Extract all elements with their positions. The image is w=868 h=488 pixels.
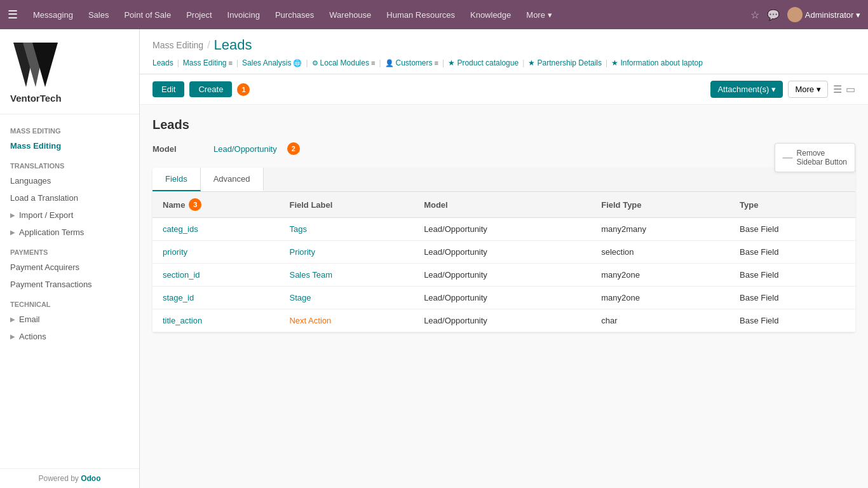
sidebar-item-payment-transactions[interactable]: Payment Transactions xyxy=(0,276,139,293)
dropdown-arrow-icon: ▾ xyxy=(771,85,776,94)
attachment-button[interactable]: Attachment(s) ▾ xyxy=(710,81,783,98)
breadcrumb-link-leads[interactable]: Leads xyxy=(153,58,173,67)
cell-field-label: Stage xyxy=(279,287,414,309)
name-badge: 3 xyxy=(189,198,201,211)
th-name: Name 3 xyxy=(153,192,279,218)
tab-fields[interactable]: Fields xyxy=(153,168,201,191)
cell-name[interactable]: title_action xyxy=(153,309,279,332)
nav-sales[interactable]: Sales xyxy=(82,8,116,22)
breadcrumb-link-product-catalogue[interactable]: ★ Product catalogue xyxy=(448,58,519,67)
cell-type: Base Field xyxy=(729,287,855,309)
page-title: Leads xyxy=(153,118,855,132)
breadcrumb-link-mass-editing[interactable]: Mass Editing ≡ xyxy=(183,58,233,67)
tabs-container: Fields Advanced Name 3 F xyxy=(153,168,855,332)
nav-point-of-sale[interactable]: Point of Sale xyxy=(118,8,177,22)
sidebar-item-payment-acquirers[interactable]: Payment Acquirers xyxy=(0,259,139,276)
cell-field-label: Sales Team xyxy=(279,264,414,287)
cell-name[interactable]: stage_id xyxy=(153,287,279,309)
minus-icon: — xyxy=(783,152,793,163)
chat-icon[interactable]: 💬 xyxy=(767,9,780,21)
breadcrumb-links: Leads | Mass Editing ≡ | Sales Analysis … xyxy=(153,58,855,67)
tab-advanced[interactable]: Advanced xyxy=(201,168,264,191)
breadcrumb-area: Mass Editing / Leads Leads | Mass Editin… xyxy=(140,29,868,74)
sidebar-item-mass-editing[interactable]: Mass Editing xyxy=(0,137,139,154)
cell-type: Base Field xyxy=(729,241,855,264)
cell-model: Lead/Opportunity xyxy=(414,264,591,287)
nav-knowledge[interactable]: Knowledge xyxy=(464,8,517,22)
sidebar-section-mass-editing-title: Mass Editing xyxy=(0,119,139,137)
navbar: ☰ Messaging Sales Point of Sale Project … xyxy=(0,0,868,29)
table-row: stage_id Stage Lead/Opportunity many2one… xyxy=(153,287,855,309)
cell-model: Lead/Opportunity xyxy=(414,218,591,241)
cell-field-label: Priority xyxy=(279,241,414,264)
main-layout: VentorTech Mass Editing Mass Editing Tra… xyxy=(0,29,868,488)
tabs-header: Fields Advanced xyxy=(153,168,855,192)
breadcrumb-current: Leads xyxy=(214,37,252,53)
breadcrumb-row: Mass Editing / Leads xyxy=(153,37,855,53)
breadcrumb-link-info-laptop[interactable]: ★ Information about laptop xyxy=(611,58,703,67)
edit-button[interactable]: Edit xyxy=(153,81,184,97)
remove-sidebar-button[interactable]: — RemoveSidebar Button xyxy=(775,143,855,172)
content-area: Mass Editing / Leads Leads | Mass Editin… xyxy=(140,29,868,488)
arrow-icon-4: ▶ xyxy=(10,333,15,340)
sidebar-application-terms-label: Application Terms xyxy=(19,227,84,237)
sidebar-item-actions[interactable]: ▶ Actions xyxy=(0,328,139,345)
nav-project[interactable]: Project xyxy=(180,8,218,22)
toolbar: Edit Create 1 Attachment(s) ▾ More ▾ ☰ ▭ xyxy=(140,74,868,105)
table-row: section_id Sales Team Lead/Opportunity m… xyxy=(153,264,855,287)
star-icon[interactable]: ☆ xyxy=(750,9,759,21)
sidebar-item-languages[interactable]: Languages xyxy=(0,172,139,189)
sidebar-scroll: Mass Editing Mass Editing Translations L… xyxy=(0,114,139,468)
nav-human-resources[interactable]: Human Resources xyxy=(380,8,461,22)
user-avatar xyxy=(787,7,803,22)
form-view-icon[interactable]: ▭ xyxy=(846,83,855,95)
user-label: Administrator ▾ xyxy=(805,10,860,20)
breadcrumb-link-customers[interactable]: 👤 Customers ≡ xyxy=(385,58,438,67)
model-value[interactable]: Lead/Opportunity xyxy=(214,144,277,154)
user-menu[interactable]: Administrator ▾ xyxy=(787,7,860,22)
cell-model: Lead/Opportunity xyxy=(414,241,591,264)
breadcrumb-link-partnership-details[interactable]: ★ Partnership Details xyxy=(528,58,602,67)
th-model: Model xyxy=(414,192,591,218)
sidebar-import-export-label: Import / Export xyxy=(19,210,73,220)
create-button[interactable]: Create xyxy=(189,81,232,97)
arrow-icon-2: ▶ xyxy=(10,229,15,236)
cell-field-type: selection xyxy=(591,241,729,264)
breadcrumb-link-local-modules[interactable]: ⚙ Local Modules ≡ xyxy=(312,58,376,67)
cell-field-type: many2one xyxy=(591,287,729,309)
th-field-type: Field Type xyxy=(591,192,729,218)
sidebar-actions-label: Actions xyxy=(19,332,46,341)
more-button[interactable]: More ▾ xyxy=(788,81,828,98)
th-field-label: Field Label xyxy=(279,192,414,218)
logo-image xyxy=(10,39,61,90)
breadcrumb-link-sales-analysis[interactable]: Sales Analysis 🌐 xyxy=(242,58,302,67)
sidebar-item-application-terms[interactable]: ▶ Application Terms xyxy=(0,224,139,241)
arrow-icon-3: ▶ xyxy=(10,316,15,323)
company-name: VentorTech xyxy=(10,93,62,104)
hamburger-icon[interactable]: ☰ xyxy=(8,8,18,22)
cell-name[interactable]: priority xyxy=(153,241,279,264)
nav-messaging[interactable]: Messaging xyxy=(27,8,79,22)
breadcrumb-parent: Mass Editing xyxy=(153,40,203,50)
odoo-brand: Odoo xyxy=(81,474,100,483)
sidebar-email-label: Email xyxy=(19,315,40,324)
cell-name[interactable]: section_id xyxy=(153,264,279,287)
nav-purchases[interactable]: Purchases xyxy=(269,8,320,22)
arrow-icon: ▶ xyxy=(10,212,15,219)
cell-type: Base Field xyxy=(729,218,855,241)
nav-more[interactable]: More ▾ xyxy=(520,8,558,22)
toolbar-right: Attachment(s) ▾ More ▾ ☰ ▭ xyxy=(710,81,855,98)
nav-warehouse[interactable]: Warehouse xyxy=(323,8,377,22)
sidebar-item-import-export[interactable]: ▶ Import / Export xyxy=(0,207,139,224)
cell-field-type: many2one xyxy=(591,264,729,287)
sidebar-item-email[interactable]: ▶ Email xyxy=(0,311,139,328)
sidebar-item-load-translation[interactable]: Load a Translation xyxy=(0,189,139,207)
table-row: categ_ids Tags Lead/Opportunity many2man… xyxy=(153,218,855,241)
list-view-icon[interactable]: ☰ xyxy=(833,83,842,95)
cell-type: Base Field xyxy=(729,264,855,287)
nav-invoicing[interactable]: Invoicing xyxy=(221,8,266,22)
sidebar-section-payments-title: Payments xyxy=(0,241,139,259)
cell-name[interactable]: categ_ids xyxy=(153,218,279,241)
cell-field-label: Tags xyxy=(279,218,414,241)
sidebar-logo: VentorTech xyxy=(0,29,139,114)
